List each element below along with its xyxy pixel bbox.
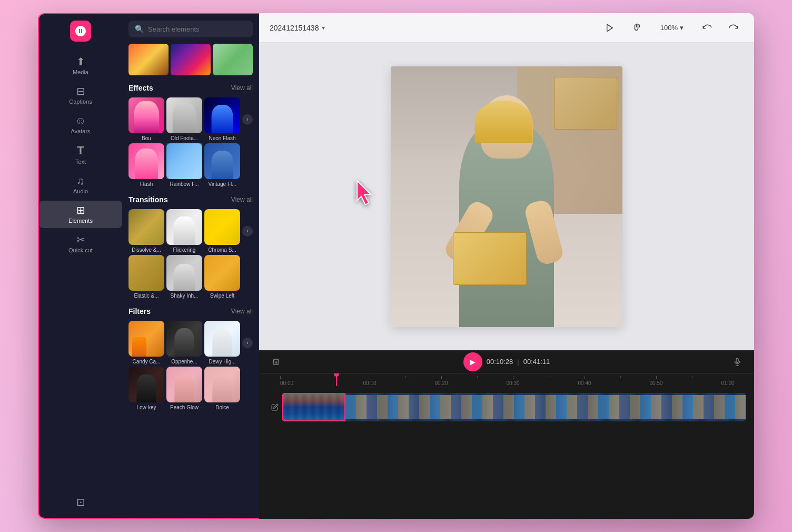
effect-neon[interactable]: Neon Flash (204, 97, 240, 141)
filter-oppen[interactable]: Oppenhe... (166, 321, 202, 364)
sidebar-item-quickcut-label: Quick cut (68, 247, 93, 253)
selected-clip[interactable] (282, 393, 345, 421)
ruler-mark-0: 00:00 (280, 380, 293, 386)
current-time: 00:10:28 (487, 358, 513, 366)
zoom-level: 100% (660, 24, 678, 32)
track-edit-button[interactable] (268, 400, 282, 415)
panel-content: Effects View all Bou (122, 44, 259, 518)
filter-candy[interactable]: Candy Ca... (128, 321, 164, 364)
redo-button[interactable] (725, 18, 744, 37)
transitions-row1-next[interactable]: › (242, 226, 253, 237)
effect-old[interactable]: Old Foota... (166, 97, 202, 141)
sidebar-item-settings[interactable]: ⊡ (39, 492, 122, 511)
captions-icon: ⊟ (76, 86, 85, 96)
transition-elastic-thumb (128, 255, 164, 291)
sidebar-item-text[interactable]: T Text (39, 141, 122, 169)
transition-flickering-label: Flickering (166, 247, 202, 253)
media-icon: ⬆ (76, 56, 85, 67)
clip-rest[interactable] (345, 393, 746, 421)
sidebar-item-elements-label: Elements (68, 218, 93, 224)
effect-rainbow-label: Rainbow F... (166, 181, 202, 187)
effect-old-label: Old Foota... (166, 135, 202, 141)
filter-oppen-thumb (166, 321, 202, 357)
sidebar-item-elements[interactable]: ⊞ Elements (39, 201, 122, 228)
transition-swipe[interactable]: Swipe Left (204, 255, 240, 299)
effects-view-all[interactable]: View all (231, 84, 253, 92)
settings-icon: ⊡ (76, 497, 85, 507)
sidebar-item-quickcut[interactable]: ✂ Quick cut (39, 230, 122, 258)
undo-button[interactable] (697, 18, 716, 37)
filters-view-all[interactable]: View all (231, 308, 253, 315)
elements-panel: 🔍 Effects View all (122, 13, 259, 519)
transition-flickering-thumb (166, 209, 202, 245)
search-bar: 🔍 (128, 21, 253, 37)
track-clips (282, 393, 746, 421)
effects-row1: Bou Old Foota... Neon Flas (128, 97, 253, 141)
transition-dissolve-label: Dissolve &... (128, 247, 164, 253)
transitions-grid-row2: Elastic &... Shaky Inh... Swipe Left (128, 255, 240, 299)
play-button[interactable]: ▶ (463, 352, 482, 371)
ruler-mark-30: 00:30 (506, 380, 519, 386)
transition-shaky[interactable]: Shaky Inh... (166, 255, 202, 299)
transition-shaky-label: Shaky Inh... (166, 293, 202, 299)
cursor-arrow (354, 180, 375, 207)
effect-bou-label: Bou (128, 135, 164, 141)
microphone-button[interactable] (729, 353, 746, 370)
transition-elastic[interactable]: Elastic &... (128, 255, 164, 299)
quickcut-icon: ✂ (76, 234, 85, 245)
play-icon: ▶ (470, 358, 476, 366)
hand-tool-button[interactable] (628, 18, 647, 37)
ruler-mark-50: 00:50 (649, 380, 662, 386)
total-time: 00:41:11 (523, 358, 550, 366)
effect-vintage-thumb (204, 143, 240, 179)
project-title[interactable]: 202412151438 ▾ (270, 24, 325, 32)
delete-button[interactable] (268, 353, 284, 370)
filter-dolce-label: Dolce (204, 405, 240, 410)
ruler-mark-100: 01:00 (721, 380, 734, 386)
filter-lowkey[interactable]: Low-key (128, 367, 164, 410)
text-icon: T (77, 145, 84, 156)
filter-peach[interactable]: Peach Glow (166, 367, 202, 410)
effect-bou[interactable]: Bou (128, 97, 164, 141)
sidebar-item-audio[interactable]: ♫ Audio (39, 171, 122, 199)
filters-grid-row2: Low-key Peach Glow Dolce (128, 367, 240, 410)
effect-flash-label: Flash (128, 181, 164, 187)
sidebar-item-captions[interactable]: ⊟ Captions (39, 82, 122, 109)
filters-row1-next[interactable]: › (242, 338, 253, 348)
media-thumb-city[interactable] (171, 44, 211, 75)
main-content: 202412151438 ▾ 100% ▾ (259, 13, 754, 519)
sidebar-item-avatars[interactable]: ☺ Avatars (39, 111, 122, 139)
filter-dewy[interactable]: Dewy Hig... (204, 321, 240, 364)
transitions-header: Transitions View all (128, 195, 253, 204)
effect-bou-thumb (128, 97, 164, 133)
bottom-controls: ▶ 00:10:28 | 00:41:11 (259, 350, 754, 519)
audio-icon: ♫ (77, 175, 85, 186)
transition-swipe-label: Swipe Left (204, 293, 240, 299)
filter-candy-label: Candy Ca... (128, 359, 164, 364)
media-thumb-food[interactable] (128, 44, 169, 75)
transitions-section: Transitions View all Dissolve &... (128, 195, 253, 299)
effect-neon-label: Neon Flash (204, 135, 240, 141)
logo-button[interactable] (70, 21, 91, 42)
effect-flash[interactable]: Flash (128, 143, 164, 187)
sidebar-item-media[interactable]: ⬆ Media (39, 52, 122, 80)
zoom-control[interactable]: 100% ▾ (655, 21, 689, 35)
effect-neon-thumb (204, 97, 240, 133)
transitions-view-all[interactable]: View all (231, 196, 253, 203)
filters-row2: Low-key Peach Glow Dolce (128, 367, 253, 410)
transition-dissolve[interactable]: Dissolve &... (128, 209, 164, 253)
filters-row1: Candy Ca... Oppenhe... Dew (128, 321, 253, 364)
transition-flickering[interactable]: Flickering (166, 209, 202, 253)
play-toolbar-button[interactable] (600, 18, 619, 37)
ruler-mark-40: 00:40 (578, 380, 591, 386)
transition-chroma[interactable]: Chroma S... (204, 209, 240, 253)
avatars-icon: ☺ (75, 115, 86, 126)
effects-row1-next[interactable]: › (242, 114, 253, 125)
media-thumb-dog[interactable] (213, 44, 253, 75)
ruler-mark-10: 00:10 (363, 380, 376, 386)
filter-dolce[interactable]: Dolce (204, 367, 240, 410)
effect-rainbow[interactable]: Rainbow F... (166, 143, 202, 187)
search-input[interactable] (148, 25, 246, 33)
effect-vintage[interactable]: Vintage Fl... (204, 143, 240, 187)
effect-rainbow-thumb (166, 143, 202, 179)
